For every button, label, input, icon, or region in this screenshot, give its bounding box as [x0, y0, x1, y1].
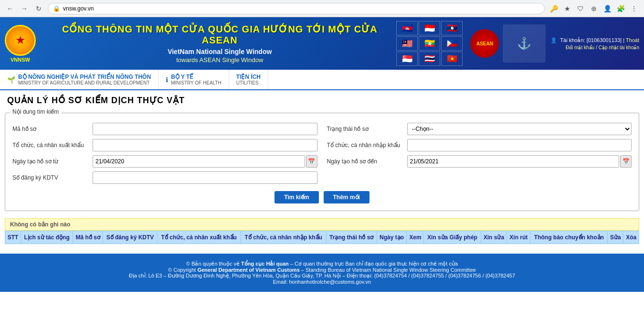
so-dang-ky-label: Số đăng ký KDTV	[12, 174, 89, 181]
nav-item-agriculture[interactable]: 🌱 BỘ NÔNG NGHIỆP VÀ PHÁT TRIỂN NÔNG THÔN…	[0, 70, 158, 89]
ngay-tao-den-calendar-btn[interactable]: 📅	[620, 155, 632, 168]
ngay-tao-den-wrapper: 📅	[407, 155, 632, 168]
flag-mm: 🇲🇲	[419, 36, 440, 51]
logo-star: ★	[15, 33, 26, 47]
asean-logo: ASEAN	[470, 29, 499, 58]
header-title-main: CỔNG THÔNG TIN MỘT CỬA QUỐC GIA HƯỚNG TỚ…	[43, 23, 396, 46]
table-area: Không có bản ghi nào STT Lịch sử tác độn…	[5, 218, 639, 244]
ngay-tao-den-input[interactable]	[407, 155, 620, 168]
flag-th: 🇹🇭	[419, 52, 440, 66]
flags-grid: 🇰🇭 🇮🇩 🇱🇦 🇲🇾 🇲🇲 🇵🇭 🇸🇬 🇹🇭 🇻🇳	[396, 21, 463, 66]
no-records-bar: Không có bản ghi nào	[5, 218, 639, 231]
user-icon: 👤	[550, 37, 557, 43]
search-grid: Mã hồ sơ Tổ chức, cá nhân xuất khẩu Ngày…	[12, 123, 632, 184]
star-icon[interactable]: ★	[562, 3, 572, 14]
flag-my: 🇲🇾	[396, 36, 418, 51]
menu-icon[interactable]: ⋮	[629, 3, 639, 14]
col-sua: Sửa	[608, 231, 623, 244]
agriculture-icon: 🌱	[7, 76, 15, 84]
flag-id: 🇮🇩	[419, 21, 440, 35]
trang-thai-select[interactable]: --Chọn-- Chờ xử lý Đã xử lý Từ chối	[407, 123, 632, 135]
nav-bar: 🌱 BỘ NÔNG NGHIỆP VÀ PHÁT TRIỂN NÔNG THÔN…	[0, 70, 644, 90]
header-row: STT Lịch sử tác động Mã hồ sơ Số đăng ký…	[5, 231, 639, 244]
nav-item-health[interactable]: ℹ BỘ Y TẾ MINISTRY OF HEALTH	[158, 70, 229, 89]
col-trang-thai: Trạng thái hồ sơ	[326, 231, 377, 244]
flag-sg: 🇸🇬	[396, 52, 418, 66]
to-chuc-nk-row: Tổ chức, cá nhân nhập khẩu	[327, 139, 632, 151]
person-icon[interactable]: 👤	[602, 3, 612, 14]
logo-circle: ★	[5, 25, 36, 56]
ngay-tao-tu-label: Ngày tạo hồ sơ từ	[12, 158, 89, 165]
footer-line1: © Bản quyền thuộc về Tổng cục Hải quan –…	[7, 261, 637, 267]
new-button[interactable]: Thêm mới	[324, 191, 370, 203]
trang-thai-label: Trạng thái hồ sơ	[327, 126, 403, 132]
header-title-block: CỔNG THÔNG TIN MỘT CỬA QUỐC GIA HƯỚNG TỚ…	[43, 23, 396, 64]
to-chuc-xk-input[interactable]	[93, 139, 317, 151]
so-dang-ky-input[interactable]	[93, 171, 317, 184]
circle-icon[interactable]: ⊕	[589, 3, 599, 14]
col-so-dang-ky: Số đăng ký KDTV	[103, 231, 158, 244]
ma-ho-so-row: Mã hồ sơ	[12, 123, 317, 135]
footer-general-dept: General Department of Vietnam Customs	[197, 267, 299, 273]
ma-ho-so-label: Mã hồ sơ	[12, 126, 89, 132]
key-icon[interactable]: 🔑	[549, 3, 559, 14]
puzzle-icon[interactable]: 🧩	[615, 3, 626, 14]
no-records-text: Không có bản ghi nào	[10, 221, 70, 228]
col-xin-rut: Xin rút	[507, 231, 530, 244]
lock-icon: 🔒	[53, 5, 60, 12]
page-title-bar: QUẢN LÝ HỒ SƠ KIỂM DỊCH THỰC VẬT	[0, 90, 644, 110]
user-id: [01063001133]	[587, 37, 622, 43]
header-title-sub: VietNam National Single Window	[43, 48, 396, 55]
ngay-tao-tu-wrapper: 📅	[93, 155, 317, 168]
footer-tong-cuc: Tổng cục Hải quan	[241, 261, 289, 267]
update-account-link[interactable]: Cập nhật tài khoản	[599, 45, 639, 50]
footer-line2: © Copyright General Department of Vietna…	[7, 267, 637, 273]
trang-thai-row: Trạng thái hồ sơ --Chọn-- Chờ xử lý Đã x…	[327, 123, 632, 135]
shield-icon[interactable]: 🛡	[575, 3, 586, 14]
header-title-sub2: towards ASEAN Single Window	[43, 56, 396, 64]
page-title: QUẢN LÝ HỒ SƠ KIỂM DỊCH THỰC VẬT	[7, 95, 637, 106]
header-user-area: 👤 Tài khoản: [01063001133] | Thoát Đổi m…	[550, 37, 639, 50]
nav-utilities-text: TIỆN ÍCH UTILITIES	[236, 74, 261, 85]
to-chuc-xk-row: Tổ chức, cá nhân xuất khẩu	[12, 139, 317, 151]
site-footer: © Bản quyền thuộc về Tổng cục Hải quan –…	[0, 254, 644, 292]
ngay-tao-tu-calendar-btn[interactable]: 📅	[306, 155, 317, 168]
search-button[interactable]: Tìm kiếm	[274, 191, 318, 203]
to-chuc-xk-label: Tổ chức, cá nhân xuất khẩu	[12, 142, 89, 149]
flag-la: 🇱🇦	[441, 21, 463, 35]
health-icon: ℹ	[166, 76, 168, 84]
to-chuc-nk-label: Tổ chức, cá nhân nhập khẩu	[327, 142, 403, 149]
col-xem: Xem	[407, 231, 424, 244]
data-table: STT Lịch sử tác động Mã hồ sơ Số đăng ký…	[5, 231, 639, 244]
nav-health-sub: MINISTRY OF HEALTH	[171, 80, 222, 85]
nav-health-main: BỘ Y TẾ	[171, 74, 222, 80]
account-actions: Đổi mật khẩu / Cập nhật tài khoản	[566, 44, 639, 50]
browser-actions: 🔑 ★ 🛡 ⊕ 👤 🧩 ⋮	[549, 3, 639, 14]
search-container: Nội dung tìm kiếm Mã hồ sơ Tổ chức, cá n…	[5, 113, 639, 211]
logout-link[interactable]: Thoát	[626, 37, 639, 43]
back-button[interactable]: ←	[5, 3, 15, 14]
url-input[interactable]	[63, 5, 539, 12]
ngay-tao-den-row: Ngày tạo hồ sơ đến 📅	[327, 155, 632, 168]
nav-utilities-sub: UTILITIES	[236, 80, 261, 85]
col-to-chuc-nk: Tổ chức, cá nhân nhập khẩu	[241, 231, 326, 244]
change-pass-link[interactable]: Đổi mật khẩu	[566, 45, 594, 50]
search-legend: Nội dung tìm kiếm	[10, 108, 61, 115]
col-to-chuc-xk: Tổ chức, cá nhân xuất khẩu	[157, 231, 241, 244]
col-lich-su: Lịch sử tác động	[21, 231, 73, 244]
forward-button[interactable]: →	[19, 3, 30, 14]
nav-agriculture-sub: MINISTRY OF AGRICULTURE AND RURAL DEVELO…	[18, 80, 151, 85]
ngay-tao-tu-row: Ngày tạo hồ sơ từ 📅	[12, 155, 317, 168]
ngay-tao-tu-input[interactable]	[93, 155, 305, 168]
user-account-line: 👤 Tài khoản: [01063001133] | Thoát	[550, 37, 639, 43]
header-logo: ★ VNNSW	[5, 25, 36, 63]
site-header: ★ VNNSW CỔNG THÔNG TIN MỘT CỬA QUỐC GIA …	[0, 17, 644, 70]
to-chuc-nk-input[interactable]	[407, 139, 632, 151]
ma-ho-so-input[interactable]	[93, 123, 317, 135]
reload-button[interactable]: ↻	[33, 3, 44, 14]
footer-email: honhanhottrolche@customs.gov.vn	[289, 279, 371, 285]
col-xoa: Xóa	[623, 231, 639, 244]
so-dang-ky-row: Số đăng ký KDTV	[12, 171, 317, 184]
footer-line4: Email: honhanhottrolche@customs.gov.vn	[7, 279, 637, 285]
nav-item-utilities[interactable]: TIỆN ÍCH UTILITIES	[229, 70, 268, 89]
